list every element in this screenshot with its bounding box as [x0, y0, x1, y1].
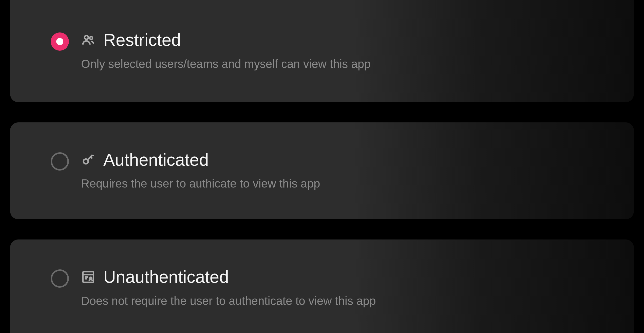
option-header: Authenticated — [81, 150, 593, 169]
option-title: Authenticated — [103, 150, 209, 169]
option-unauthenticated[interactable]: Unauthenticated Does not require the use… — [10, 239, 634, 333]
option-description: Does not require the user to authenticat… — [81, 293, 593, 309]
option-description: Only selected users/teams and myself can… — [81, 57, 593, 72]
option-authenticated[interactable]: Authenticated Requires the user to authi… — [10, 122, 634, 219]
document-user-icon — [81, 270, 95, 284]
option-content: Restricted Only selected users/teams and… — [81, 30, 593, 72]
option-content: Unauthenticated Does not require the use… — [81, 267, 593, 309]
option-header: Restricted — [81, 30, 593, 49]
option-description: Requires the user to authicate to view t… — [81, 176, 593, 191]
access-options-list: Restricted Only selected users/teams and… — [0, 0, 644, 333]
svg-point-1 — [90, 37, 92, 40]
option-title: Restricted — [103, 30, 181, 49]
option-content: Authenticated Requires the user to authi… — [81, 150, 593, 192]
radio-restricted[interactable] — [51, 32, 69, 51]
svg-point-0 — [85, 36, 88, 40]
option-restricted[interactable]: Restricted Only selected users/teams and… — [10, 0, 634, 102]
radio-authenticated[interactable] — [51, 152, 69, 171]
key-icon — [81, 153, 95, 167]
option-title: Unauthenticated — [103, 267, 229, 286]
users-icon — [81, 33, 95, 47]
svg-point-2 — [83, 159, 88, 164]
option-header: Unauthenticated — [81, 267, 593, 286]
radio-unauthenticated[interactable] — [51, 269, 69, 288]
